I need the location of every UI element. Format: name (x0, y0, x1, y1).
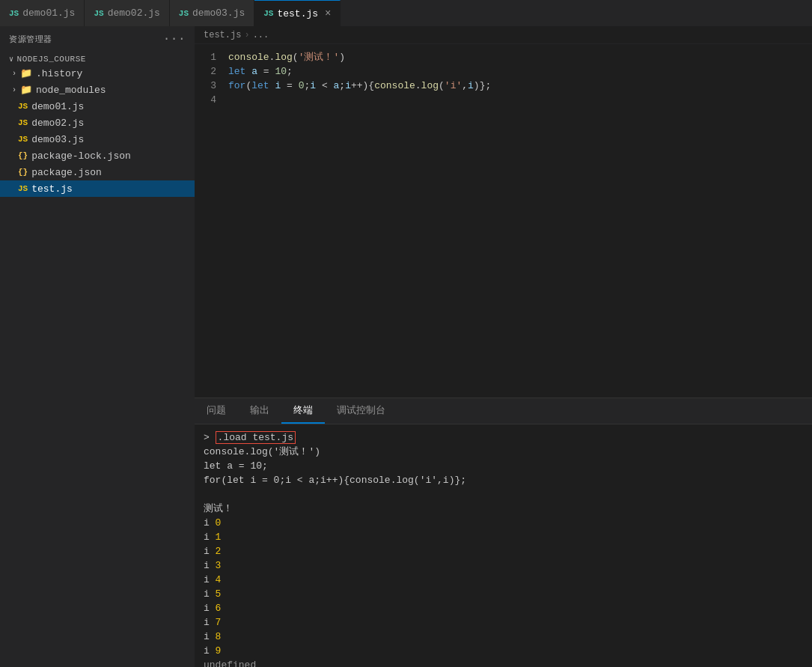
sidebar-item-demo01[interactable]: JS demo01.js (0, 98, 195, 115)
root-folder-label[interactable]: ∨ NODEJS_COURSE (0, 53, 195, 65)
tab-label: demo01.js (22, 7, 75, 19)
js-icon: JS (94, 9, 103, 18)
sidebar-item-label: demo02.js (31, 118, 84, 129)
terminal-content[interactable]: > .load test.js console.log('测试！') let a… (195, 424, 812, 667)
chevron-right-icon: › (12, 70, 16, 78)
terminal-output-empty (204, 487, 803, 502)
root-folder-name: NODEJS_COURSE (17, 55, 86, 64)
breadcrumb-dots: ... (253, 30, 269, 40)
tab-label: demo03.js (192, 7, 245, 19)
sidebar-item-label: package-lock.json (31, 150, 131, 162)
sidebar-item-label: test.js (31, 183, 73, 195)
terminal-result-test: 测试！ (204, 502, 803, 516)
sidebar-item-label: demo03.js (31, 134, 84, 145)
terminal-result-i8: i 8 (204, 630, 803, 644)
tab-label: test.js (277, 8, 318, 19)
sidebar-item-demo02[interactable]: JS demo02.js (0, 115, 195, 131)
tab-demo03[interactable]: JS demo03.js (170, 0, 254, 26)
sidebar-header: 资源管理器 ··· (0, 26, 195, 52)
code-line-3: 3 for(let i = 0;i < a;i++){console.log('… (195, 79, 812, 93)
breadcrumb-separator: › (244, 30, 249, 40)
terminal-result-i6: i 6 (204, 601, 803, 615)
code-editor[interactable]: 1 console.log('测试！') 2 let a = 10; 3 for… (195, 44, 812, 398)
terminal-command: .load test.js (216, 431, 296, 444)
panel-tab-debug-console[interactable]: 调试控制台 (325, 398, 397, 424)
sidebar-item-demo03[interactable]: JS demo03.js (0, 131, 195, 147)
code-line-1: 1 console.log('测试！') (195, 50, 812, 64)
line-number: 3 (195, 79, 228, 93)
code-line-2: 2 let a = 10; (195, 64, 812, 79)
js-file-icon: JS (18, 118, 28, 127)
tab-close-button[interactable]: × (325, 7, 331, 19)
terminal-result-i0: i 0 (204, 516, 803, 530)
tab-demo02[interactable]: JS demo02.js (85, 0, 169, 26)
js-icon: JS (263, 9, 273, 18)
breadcrumb-file: test.js (204, 30, 241, 40)
panel-tab-label: 调试控制台 (337, 403, 385, 417)
terminal-output-line: console.log('测试！') (204, 445, 803, 459)
chevron-down-icon: ∨ (9, 55, 14, 64)
sidebar-item-testjs[interactable]: JS test.js (0, 180, 195, 197)
line-content: let a = 10; (228, 64, 812, 79)
folder-root: ∨ NODEJS_COURSE › 📁 .history › 📁 node_mo… (0, 52, 195, 198)
sidebar-item-node-modules[interactable]: › 📁 node_modules (0, 82, 195, 98)
sidebar-title: 资源管理器 (9, 34, 52, 45)
terminal-result-i2: i 2 (204, 544, 803, 558)
panel-tab-label: 终端 (293, 403, 313, 417)
terminal-result-i1: i 1 (204, 530, 803, 544)
tab-bar: JS demo01.js JS demo02.js JS demo03.js J… (0, 0, 812, 26)
panel-tab-problems[interactable]: 问题 (195, 398, 238, 424)
js-file-icon: JS (18, 135, 28, 144)
panel-tabs: 问题 输出 终端 调试控制台 (195, 398, 812, 424)
js-icon: JS (179, 9, 189, 18)
terminal-prompt: > (204, 432, 216, 443)
sidebar: 资源管理器 ··· ∨ NODEJS_COURSE › 📁 .history ›… (0, 26, 195, 667)
terminal-output-line: for(let i = 0;i < a;i++){console.log('i'… (204, 473, 803, 487)
line-content (228, 93, 812, 107)
folder-icon: 📁 (20, 84, 32, 96)
terminal-command-line: > .load test.js (204, 430, 803, 445)
json-file-icon: {} (18, 151, 28, 160)
tab-testjs[interactable]: JS test.js × (254, 0, 341, 26)
line-number: 2 (195, 64, 228, 79)
js-file-icon: JS (18, 102, 28, 111)
terminal-result-i4: i 4 (204, 573, 803, 587)
tab-label: demo02.js (108, 7, 160, 19)
tab-demo01[interactable]: JS demo01.js (0, 0, 85, 26)
sidebar-item-package-lock[interactable]: {} package-lock.json (0, 147, 195, 164)
sidebar-item-package-json[interactable]: {} package.json (0, 164, 195, 180)
sidebar-more-button[interactable]: ··· (163, 32, 186, 46)
terminal-result-undefined: undefined (204, 658, 803, 667)
sidebar-item-label: demo01.js (31, 101, 84, 112)
sidebar-item-label: node_modules (36, 85, 106, 96)
sidebar-item-history[interactable]: › 📁 .history (0, 65, 195, 82)
sidebar-item-label: .history (36, 68, 82, 79)
terminal-result-i7: i 7 (204, 615, 803, 630)
code-line-4: 4 (195, 93, 812, 107)
json-file-icon: {} (18, 168, 28, 177)
line-content: for(let i = 0;i < a;i++){console.log('i'… (228, 79, 812, 93)
sidebar-item-label: package.json (31, 167, 102, 178)
line-number: 1 (195, 50, 228, 64)
line-number: 4 (195, 93, 228, 107)
terminal-result-i9: i 9 (204, 644, 803, 658)
panel-tab-terminal[interactable]: 终端 (281, 398, 325, 424)
editor-area: test.js › ... 1 console.log('测试！') 2 let… (195, 26, 812, 667)
js-file-icon: JS (18, 184, 28, 193)
terminal-result-i3: i 3 (204, 558, 803, 573)
breadcrumb: test.js › ... (195, 26, 812, 44)
chevron-right-icon: › (12, 86, 16, 94)
panel-tab-label: 问题 (207, 403, 226, 417)
line-content: console.log('测试！') (228, 50, 812, 64)
folder-icon: 📁 (20, 67, 32, 79)
panel-tab-output[interactable]: 输出 (238, 398, 281, 424)
terminal-result-i5: i 5 (204, 587, 803, 601)
main-area: 资源管理器 ··· ∨ NODEJS_COURSE › 📁 .history ›… (0, 26, 812, 667)
js-icon: JS (9, 9, 19, 18)
panel-area: 问题 输出 终端 调试控制台 > .load test.js (195, 398, 812, 667)
panel-tab-label: 输出 (250, 403, 269, 417)
terminal-output-line: let a = 10; (204, 459, 803, 473)
